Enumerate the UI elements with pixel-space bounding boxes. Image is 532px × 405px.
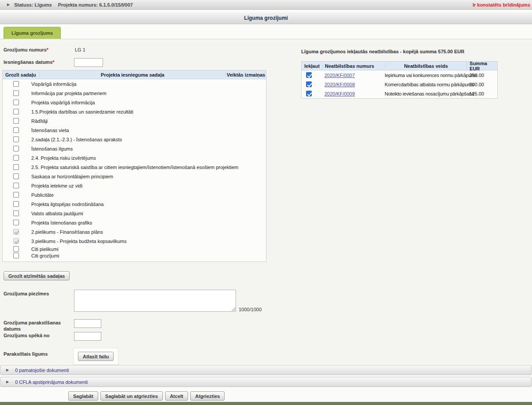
- discrepancy-amount-cell: 250.00: [467, 73, 497, 78]
- main-panel: Grozījumu numurs* LG 1 Iesniegšanas datu…: [0, 39, 532, 364]
- accordion-supporting-documents[interactable]: ▶ 0 pamatojošie dokumenti: [0, 365, 532, 375]
- tab-liguma-grozijums[interactable]: Līguma grozījums: [4, 27, 61, 39]
- discrepancy-number-link[interactable]: 2020/KF/0008: [325, 82, 355, 87]
- section-checkbox[interactable]: [13, 192, 19, 198]
- include-cell: [302, 91, 323, 97]
- section-label: Projekta ilgtspējas nodrošināšana: [31, 202, 104, 207]
- section-checkbox[interactable]: [13, 201, 19, 207]
- return-button[interactable]: Atgriezties: [190, 391, 225, 401]
- checkbox-cell: [3, 246, 19, 252]
- discrepancy-type-cell: Iepirkuma vai konkurences normu pārkāpum…: [385, 73, 467, 78]
- column-header-summa-eur: Summa EUR: [466, 61, 497, 71]
- accordion-cfla-approval-documents[interactable]: ▶ 0 CFLA apstiprinājuma dokumenti: [0, 377, 532, 387]
- project-number-label: Projekta numurs: 6.1.5.0/15/I/007: [58, 2, 133, 7]
- section-label: Citi grozījumi: [31, 253, 59, 258]
- required-marker: *: [52, 59, 54, 65]
- amendment-number-value: LG 1: [75, 47, 85, 52]
- section-checkbox[interactable]: [13, 210, 19, 216]
- section-checkbox[interactable]: [13, 146, 19, 151]
- discrepancy-number-link[interactable]: 2020/KF/0009: [325, 91, 355, 96]
- include-checkbox[interactable]: [306, 91, 312, 96]
- tab-label: Līguma grozījums: [11, 30, 53, 36]
- section-checkbox[interactable]: [13, 90, 19, 96]
- table-row: Publicitāte: [3, 190, 266, 199]
- column-header-veiktas-izmainas: Veiktās izmaiņas: [225, 72, 266, 77]
- section-label: 2.sadaļa (2.1.-2.3.) - Īstenošanas aprak…: [31, 137, 122, 142]
- expand-arrow-icon: ▶: [6, 380, 9, 384]
- table-row: Projekta ilgtspējas nodrošināšana: [3, 199, 266, 209]
- checkbox-cell: [3, 210, 19, 216]
- table-row: Citi grozījumi: [3, 252, 266, 259]
- checkbox-cell: [3, 90, 19, 96]
- cancel-button[interactable]: Atcelt: [165, 391, 188, 401]
- section-label: Projekta ietekme uz vidi: [31, 183, 82, 188]
- table-row: Rādītāji: [3, 116, 266, 125]
- checkbox-cell: [3, 173, 19, 179]
- amendment-number-label: Grozījumu numurs*: [4, 47, 48, 52]
- table-row: 2.sadaļa (2.1.-2.3.) - Īstenošanas aprak…: [3, 135, 266, 144]
- column-header-projekta-iesnieguma-sadala: Projekta iesnieguma sadaļa: [39, 72, 225, 77]
- section-label: Informācija par projekta partneriem: [31, 91, 107, 96]
- discrepancy-number-cell: 2020/KF/0007: [323, 73, 385, 78]
- table-row: 2020/KF/0009 Noteikto ieviešanas nosacīj…: [302, 89, 497, 98]
- section-checkbox[interactable]: [13, 81, 19, 87]
- section-checkbox[interactable]: [13, 136, 19, 142]
- section-label: Citi pielikumi: [31, 247, 59, 252]
- table-row: Projekta ietekme uz vidi: [3, 181, 266, 190]
- expand-arrow-icon: ▶: [6, 368, 9, 372]
- include-checkbox[interactable]: [306, 72, 312, 78]
- status-label: Statuss: Līgums: [14, 2, 52, 7]
- expand-arrow-icon[interactable]: ▶: [7, 3, 10, 7]
- section-checkbox[interactable]: [13, 183, 19, 188]
- section-checkbox[interactable]: [13, 127, 19, 133]
- table-row: Saskaņa ar horizontālajiem principiem: [3, 172, 266, 181]
- signing-date-label: Grozījuma parakstīšanas datums: [4, 320, 70, 332]
- section-checkbox[interactable]: [13, 173, 19, 179]
- table-row: 2.4. Projekta risku izvērtējums: [3, 153, 266, 162]
- checkbox-cell: [3, 183, 19, 188]
- notes-char-counter: 1000/1000: [239, 307, 262, 312]
- footer-button-bar: Saglabāt Saglabāt un atgriezties Atcelt …: [68, 391, 225, 401]
- table-row: Valsts atbalsta jautājumi: [3, 209, 266, 218]
- table-row: 3.pielikums - Projekta budžeta kopsavilk…: [3, 236, 266, 246]
- submission-date-input[interactable]: [74, 58, 103, 67]
- select-file-button[interactable]: Atlasīt failu: [78, 352, 114, 361]
- effective-date-input[interactable]: [74, 332, 101, 341]
- section-checkbox[interactable]: [13, 118, 19, 124]
- save-button[interactable]: Saglabāt: [68, 391, 98, 401]
- section-label: Rādītāji: [31, 118, 48, 124]
- checkbox-cell: [3, 201, 19, 207]
- include-checkbox[interactable]: [306, 81, 312, 87]
- section-checkbox[interactable]: [13, 99, 19, 105]
- table-row: 2.pielikums - Finansēšanas plāns: [3, 227, 266, 236]
- warning-message: Ir konstatēts brīdinājums: [473, 2, 530, 7]
- section-checkbox[interactable]: [13, 155, 19, 161]
- column-header-ieklaut: Iekļaut: [302, 63, 323, 69]
- section-checkbox: [13, 229, 19, 235]
- table-row: Vispārīgā informācija: [3, 79, 266, 88]
- discrepancy-number-link[interactable]: 2020/KF/0007: [325, 73, 355, 78]
- section-checkbox[interactable]: [13, 109, 19, 114]
- save-and-return-button[interactable]: Saglabāt un atgriezties: [100, 391, 163, 401]
- section-checkbox[interactable]: [13, 246, 19, 252]
- page-title-bar: Līguma grozījumi: [0, 12, 532, 24]
- checkbox-cell: [3, 220, 19, 225]
- discrepancy-amount-cell: 200.00: [467, 82, 497, 87]
- signed-contract-label: Parakstītais līgums: [4, 351, 48, 357]
- notes-label: Grozījuma piezīmes: [4, 291, 49, 296]
- section-checkbox[interactable]: [13, 164, 19, 170]
- signing-date-input[interactable]: [74, 319, 101, 328]
- checkbox-cell: [3, 192, 19, 198]
- section-checkbox[interactable]: [13, 253, 19, 258]
- checkbox-cell: [3, 229, 19, 235]
- checkbox-cell: [3, 109, 19, 114]
- section-checkbox[interactable]: [13, 220, 19, 225]
- page-title: Līguma grozījumi: [244, 15, 288, 21]
- checkbox-cell: [3, 253, 19, 258]
- required-marker: *: [47, 47, 48, 52]
- section-label: 2.5. Projekta saturiskā saistība ar citi…: [31, 165, 238, 170]
- notes-textarea[interactable]: [74, 290, 236, 312]
- checkbox-cell: [3, 164, 19, 170]
- modify-sections-button[interactable]: Grozīt atzīmētās sadaļas: [4, 271, 70, 280]
- table-row: Projekta vispārīgā informācija: [3, 98, 266, 107]
